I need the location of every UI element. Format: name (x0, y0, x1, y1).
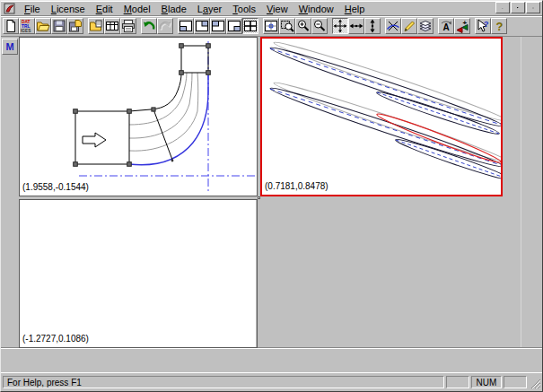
pencil-edit-button[interactable] (401, 18, 417, 34)
control-handles[interactable] (74, 44, 211, 167)
layers-stack-button[interactable] (417, 18, 434, 34)
status-indicator-num: NUM (471, 376, 502, 388)
svg-text:+: + (463, 19, 468, 27)
top-toolbar: DATTRLIGESA+?? (1, 16, 542, 37)
menu-edit[interactable]: Edit (91, 3, 118, 15)
control-point[interactable] (171, 160, 174, 162)
open-folder-button[interactable] (35, 18, 51, 34)
blade-camber-line (396, 140, 503, 178)
menu-blade[interactable]: Blade (156, 3, 192, 15)
meridional-drawing[interactable] (20, 38, 257, 196)
cursor-coordinate-readout: (0.7181,0.8478) (265, 181, 328, 191)
menu-layer[interactable]: Layer (192, 3, 228, 15)
pane-layout-tl-button[interactable] (210, 18, 226, 34)
status-message: For Help, press F1 (3, 376, 444, 388)
stretch-vertical-button[interactable] (364, 18, 381, 34)
angles-chart-pane[interactable]: (3.4364,1.5239) (258, 196, 260, 199)
blade-outline-offset (272, 39, 503, 126)
table-view-button[interactable] (104, 18, 120, 34)
svg-text:?: ? (496, 20, 504, 33)
app-icon (4, 3, 16, 14)
blade-to-blade-pane[interactable]: (0.7181,0.8478) (260, 37, 503, 196)
layer-marker-gutter[interactable] (256, 200, 258, 347)
application-window: FileLicenseEditModelBladeLayerToolsViewW… (0, 0, 543, 392)
cursor-coordinate-readout: (1.9558,-0.1544) (22, 182, 89, 192)
svg-text:A: A (443, 22, 450, 32)
zoom-out-button[interactable] (311, 18, 328, 34)
resize-grip[interactable] (529, 377, 540, 388)
close-button[interactable] (526, 2, 540, 13)
bottom-toolbar (1, 348, 542, 372)
menu-window[interactable]: Window (293, 3, 339, 15)
cursor-coordinate-readout: (-1.2727,0.1086) (22, 334, 89, 344)
trim-curve-button[interactable] (385, 18, 401, 34)
gutter-diamond-icon[interactable] (257, 271, 258, 280)
menu-model[interactable]: Model (118, 3, 156, 15)
gutter-diamond-icon[interactable] (257, 237, 258, 246)
thickness-chart[interactable] (20, 200, 256, 348)
menu-bar: FileLicenseEditModelBladeLayerToolsViewW… (1, 1, 542, 16)
redo-button (157, 18, 173, 34)
import-formats-button[interactable]: DATTRLIGES (19, 18, 35, 34)
four-pane-grid-button[interactable] (242, 18, 258, 34)
menu-view[interactable]: View (261, 3, 293, 15)
zoom-in-button[interactable] (295, 18, 311, 34)
flow-direction-arrow-icon (83, 133, 106, 147)
meridional-view-pane[interactable]: (1.9558,-0.1544) (19, 37, 258, 196)
thickness-chart-pane[interactable]: (-1.2727,0.1086) (19, 199, 258, 348)
save-copy-button[interactable] (67, 18, 83, 34)
undo-button[interactable] (141, 18, 157, 34)
restore-button[interactable] (511, 2, 525, 13)
status-indicator-2 (504, 376, 527, 388)
gutter-diamond-icon[interactable] (257, 203, 258, 212)
export-folder-button[interactable] (88, 18, 104, 34)
pane-layout-bl-button[interactable] (178, 18, 194, 34)
menu-help[interactable]: Help (339, 3, 371, 15)
rotate-label-button[interactable]: A (438, 18, 454, 34)
window-controls (495, 2, 540, 13)
right-toolbar-inner (503, 37, 521, 348)
about-help-button[interactable]: ? (491, 18, 507, 34)
zoom-window-button[interactable] (279, 18, 295, 34)
minimize-button[interactable] (495, 2, 510, 13)
save-button[interactable] (51, 18, 67, 34)
stretch-horizontal-button[interactable] (348, 18, 364, 34)
pane-layout-tr-button[interactable] (194, 18, 210, 34)
context-help-button[interactable]: ? (475, 18, 491, 34)
streamline (129, 73, 187, 125)
gutter-diamond-icon[interactable] (257, 305, 258, 314)
blade-camber-line (270, 89, 503, 166)
svg-text:IGES: IGES (21, 29, 31, 33)
menu-license[interactable]: License (46, 3, 91, 15)
print-button[interactable] (120, 18, 136, 34)
angles-chart[interactable] (258, 197, 260, 199)
blade-outline-highlighted[interactable] (375, 110, 503, 166)
hub-contour[interactable] (129, 73, 181, 111)
add-view-button[interactable]: + (454, 18, 470, 34)
blade-camber-line (270, 48, 503, 126)
svg-text:?: ? (484, 20, 489, 29)
menu-file[interactable]: File (19, 3, 46, 15)
right-toolbar-outer (521, 37, 542, 348)
blade-to-blade-drawing[interactable] (262, 39, 503, 195)
status-bar: For Help, press F1 NUM (1, 372, 542, 391)
pan-button[interactable] (332, 18, 348, 34)
workspace-panes: (1.9558,-0.1544) (19, 37, 503, 348)
zoom-extents-button[interactable] (263, 18, 279, 34)
status-indicator-1 (446, 376, 469, 388)
left-toolbar: M (1, 37, 19, 348)
pane-layout-br-button[interactable] (226, 18, 242, 34)
streamline (129, 73, 198, 151)
menu-tools[interactable]: Tools (227, 3, 261, 15)
new-document-button[interactable] (3, 18, 19, 34)
menu-items: FileLicenseEditModelBladeLayerToolsViewW… (19, 0, 370, 16)
outlet-segment[interactable] (181, 46, 208, 73)
meridional-view-button[interactable]: M (2, 39, 18, 55)
